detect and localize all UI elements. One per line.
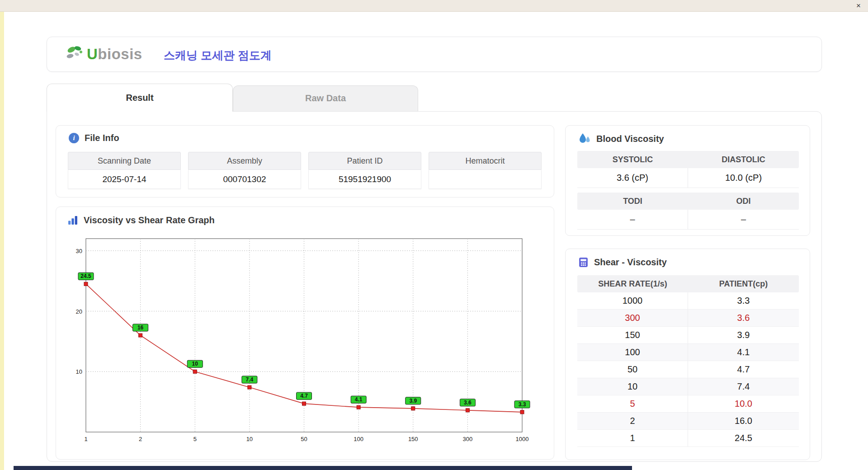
systolic-value: 3.6 (cP) xyxy=(577,168,688,188)
patient-viscosity-value: 3.6 xyxy=(688,310,799,326)
table-row: 50 4.7 xyxy=(577,361,799,378)
graph-card: Viscosity vs Shear Rate Graph 1020301251… xyxy=(56,207,554,460)
systolic-header: SYSTOLIC xyxy=(577,151,688,168)
todi-value: – xyxy=(577,210,688,229)
odi-header: ODI xyxy=(688,193,799,210)
svg-text:1: 1 xyxy=(84,436,87,442)
patient-viscosity-value: 24.5 xyxy=(688,430,799,446)
patient-viscosity-value: 4.1 xyxy=(688,344,799,361)
leaf-logo-icon xyxy=(66,45,85,63)
bottom-edge-bar xyxy=(14,466,632,470)
file-info-title: File Info xyxy=(85,133,119,143)
file-info-card: i File Info Scanning Date 2025-07-14 Ass… xyxy=(56,125,554,197)
patient-viscosity-value: 16.0 xyxy=(688,413,799,429)
patient-viscosity-value: 4.7 xyxy=(688,361,799,378)
chart-box: 1020301251050100150300100024.516107.44.7… xyxy=(68,233,542,451)
file-info-fields: Scanning Date 2025-07-14 Assembly 000701… xyxy=(68,152,542,189)
shear-rate-value: 50 xyxy=(577,361,688,378)
field-value: 2025-07-14 xyxy=(68,170,181,189)
table-row: 2 16.0 xyxy=(577,413,799,430)
table-row: 150 3.9 xyxy=(577,327,799,344)
table-row: 300 3.6 xyxy=(577,310,799,327)
shear-rate-value: 300 xyxy=(577,310,688,326)
viscosity-chart: 1020301251050100150300100024.516107.44.7… xyxy=(68,233,542,449)
svg-text:10: 10 xyxy=(192,361,198,367)
shear-rate-value: 1000 xyxy=(577,292,688,309)
patient-viscosity-value: 3.3 xyxy=(688,292,799,309)
brand-logo: Ubiosis xyxy=(66,45,142,63)
blood-droplets-icon xyxy=(578,133,591,145)
shear-rate-value: 5 xyxy=(577,395,688,412)
graph-title: Viscosity vs Shear Rate Graph xyxy=(84,215,215,226)
table-row: – – xyxy=(577,210,799,230)
shear-rate-value: 1 xyxy=(577,430,688,446)
blood-viscosity-card: Blood Viscosity SYSTOLIC DIASTOLIC 3.6 (… xyxy=(565,125,810,236)
diastolic-header: DIASTOLIC xyxy=(688,151,799,168)
result-panel: i File Info Scanning Date 2025-07-14 Ass… xyxy=(47,111,822,462)
table-row: 1 24.5 xyxy=(577,430,799,447)
brand-initial: U xyxy=(87,46,98,62)
svg-text:3.9: 3.9 xyxy=(409,398,417,404)
table-gap xyxy=(577,188,799,193)
diastolic-value: 10.0 (cP) xyxy=(688,168,799,188)
shear-viscosity-title-row: Shear - Viscosity xyxy=(578,257,667,268)
field-hematocrit: Hematocrit xyxy=(429,152,542,189)
blood-viscosity-table: SYSTOLIC DIASTOLIC 3.6 (cP) 10.0 (cP) TO… xyxy=(577,151,799,230)
blood-viscosity-title-row: Blood Viscosity xyxy=(578,133,664,145)
graph-title-row: Viscosity vs Shear Rate Graph xyxy=(68,215,215,226)
brand-name: Ubiosis xyxy=(87,46,142,63)
field-label: Assembly xyxy=(188,152,301,170)
patient-viscosity-value: 10.0 xyxy=(688,395,799,412)
patient-column-header: PATIENT(cp) xyxy=(688,275,799,292)
svg-text:4.1: 4.1 xyxy=(355,396,363,403)
table-body: 1000 3.3 300 3.6 150 3.9 100 4.1 50 4. xyxy=(577,292,799,447)
svg-text:7.4: 7.4 xyxy=(246,376,254,383)
svg-text:1000: 1000 xyxy=(516,436,529,442)
svg-text:100: 100 xyxy=(354,436,363,442)
blood-viscosity-title: Blood Viscosity xyxy=(596,134,664,144)
shear-rate-value: 100 xyxy=(577,344,688,361)
field-patient-id: Patient ID 51951921900 xyxy=(308,152,421,189)
field-value: 51951921900 xyxy=(308,170,421,189)
svg-text:50: 50 xyxy=(301,436,307,442)
field-scanning-date: Scanning Date 2025-07-14 xyxy=(68,152,181,189)
shear-viscosity-card: Shear - Viscosity SHEAR RATE(1/s) PATIEN… xyxy=(565,249,810,460)
table-row: 100 4.1 xyxy=(577,344,799,361)
field-label: Hematocrit xyxy=(429,152,542,170)
svg-text:10: 10 xyxy=(76,368,82,375)
odi-value: – xyxy=(688,210,799,229)
shear-rate-column-header: SHEAR RATE(1/s) xyxy=(577,275,688,292)
tab-raw-data[interactable]: Raw Data xyxy=(233,85,418,111)
svg-text:16: 16 xyxy=(137,324,144,331)
svg-text:5: 5 xyxy=(193,436,197,442)
svg-text:300: 300 xyxy=(463,436,473,442)
svg-text:3.6: 3.6 xyxy=(464,400,472,406)
left-edge-strip xyxy=(0,12,4,470)
svg-text:3.3: 3.3 xyxy=(519,401,526,408)
svg-text:30: 30 xyxy=(76,248,82,254)
info-icon: i xyxy=(69,133,79,143)
shear-rate-value: 10 xyxy=(577,378,688,395)
table-row: 10 7.4 xyxy=(577,378,799,395)
window-titlebar: × xyxy=(0,0,868,12)
svg-text:4.7: 4.7 xyxy=(300,393,308,399)
page-title: 스캐닝 모세관 점도계 xyxy=(164,48,272,63)
todi-header: TODI xyxy=(577,193,688,210)
table-row: 5 10.0 xyxy=(577,395,799,413)
shear-viscosity-table: SHEAR RATE(1/s) PATIENT(cp) 1000 3.3 300… xyxy=(577,275,799,447)
field-label: Scanning Date xyxy=(68,152,181,170)
header-card: Ubiosis 스캐닝 모세관 점도계 xyxy=(47,37,822,72)
patient-viscosity-value: 3.9 xyxy=(688,327,799,343)
shear-rate-value: 150 xyxy=(577,327,688,343)
bar-chart-icon xyxy=(68,215,78,226)
close-icon[interactable]: × xyxy=(856,1,861,11)
brand-rest: biosis xyxy=(98,46,142,62)
table-header-row: TODI ODI xyxy=(577,193,799,210)
shear-viscosity-title: Shear - Viscosity xyxy=(594,257,667,268)
svg-text:20: 20 xyxy=(76,308,82,315)
tab-result[interactable]: Result xyxy=(47,84,233,112)
table-header-row: SYSTOLIC DIASTOLIC xyxy=(577,151,799,168)
table-header-row: SHEAR RATE(1/s) PATIENT(cp) xyxy=(577,275,799,292)
svg-text:2: 2 xyxy=(139,436,142,442)
patient-viscosity-value: 7.4 xyxy=(688,378,799,395)
